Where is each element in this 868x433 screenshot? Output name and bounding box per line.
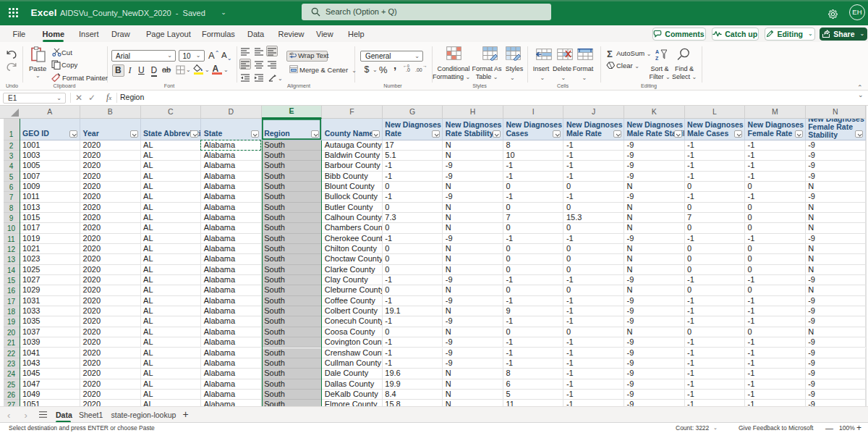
svg-text:.00: .00 bbox=[415, 67, 422, 72]
svg-text:ab: ab bbox=[289, 51, 294, 56]
svg-text:→: → bbox=[422, 63, 427, 68]
svg-text:Z: Z bbox=[655, 56, 659, 61]
svg-text:0: 0 bbox=[407, 64, 409, 68]
svg-text:A: A bbox=[655, 49, 659, 54]
svg-text:.0: .0 bbox=[406, 67, 410, 72]
